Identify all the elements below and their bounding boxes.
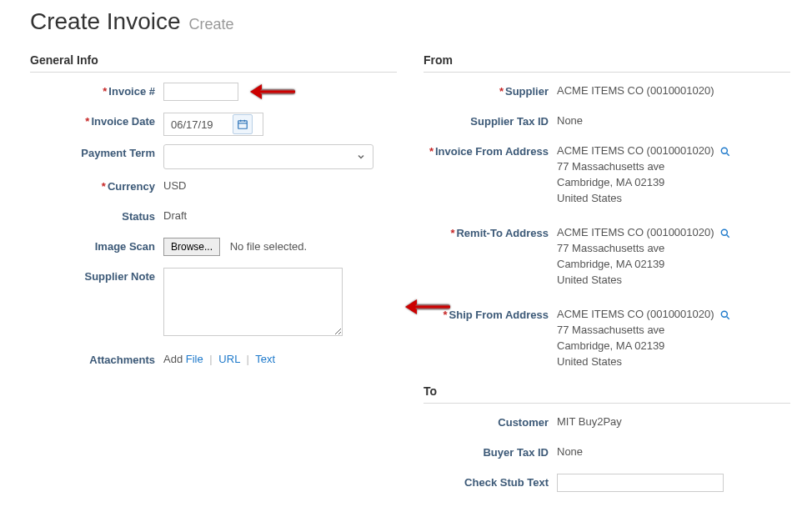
- address-line: 77 Massachusetts ave: [557, 242, 664, 254]
- svg-point-8: [722, 311, 728, 317]
- no-file-text: No file selected.: [230, 240, 308, 253]
- address-line: 77 Massachusetts ave: [557, 324, 664, 336]
- address-line: Cambridge, MA 02139: [557, 176, 664, 188]
- check-stub-text-input[interactable]: [557, 474, 724, 492]
- attachments-add-text: Add: [163, 353, 183, 365]
- status-label: Status: [30, 208, 163, 226]
- attach-url-link[interactable]: URL: [218, 353, 240, 365]
- image-scan-label: Image Scan: [30, 238, 163, 256]
- section-heading-from: From: [424, 53, 790, 73]
- supplier-value: ACME ITEMS CO (0010001020): [557, 83, 790, 99]
- address-line: United States: [557, 192, 622, 204]
- calendar-button[interactable]: [233, 114, 253, 134]
- address-line: United States: [557, 274, 622, 286]
- invoice-from-address-name: ACME ITEMS CO (0010001020): [557, 144, 714, 157]
- lookup-button[interactable]: [719, 227, 732, 240]
- svg-point-4: [722, 148, 728, 153]
- svg-line-5: [727, 153, 729, 155]
- supplier-tax-id-value: None: [557, 113, 790, 129]
- supplier-note-input[interactable]: [163, 268, 343, 336]
- attach-text-link[interactable]: Text: [255, 353, 275, 365]
- ship-from-address-name: ACME ITEMS CO (0010001020): [557, 308, 714, 320]
- general-info-section: General Info *Invoice # *Invoice Date: [30, 53, 397, 504]
- separator: |: [247, 353, 249, 365]
- buyer-tax-id-label: Buyer Tax ID: [424, 444, 557, 462]
- search-icon: [719, 228, 731, 239]
- page-subtitle: Create: [189, 16, 234, 33]
- section-heading-to: To: [424, 384, 790, 404]
- supplier-note-label: Supplier Note: [30, 268, 163, 286]
- chevron-down-icon: [356, 150, 366, 167]
- svg-line-7: [727, 234, 729, 237]
- search-icon: [719, 309, 731, 321]
- supplier-tax-id-label: Supplier Tax ID: [424, 113, 557, 131]
- search-icon: [719, 146, 731, 158]
- annotation-arrow-icon: [250, 84, 295, 99]
- address-line: Cambridge, MA 02139: [557, 258, 664, 270]
- customer-value: MIT Buy2Pay: [557, 414, 790, 430]
- page-title: Create Invoice: [30, 8, 181, 35]
- remit-to-address-name: ACME ITEMS CO (0010001020): [557, 226, 714, 238]
- supplier-label: *Supplier: [424, 83, 557, 101]
- svg-line-9: [727, 316, 729, 319]
- annotation-arrow-icon: [405, 299, 450, 314]
- remit-to-address-label: *Remit-To Address: [424, 224, 557, 243]
- invoice-date-input[interactable]: [169, 118, 233, 132]
- section-heading-general: General Info: [30, 53, 397, 73]
- status-value: Draft: [163, 208, 397, 224]
- svg-point-6: [722, 229, 728, 235]
- attachments-label: Attachments: [30, 351, 163, 369]
- address-line: 77 Massachusetts ave: [557, 160, 664, 173]
- lookup-button[interactable]: [719, 309, 732, 322]
- currency-value: USD: [163, 178, 397, 194]
- invoice-from-address-label: *Invoice From Address: [424, 143, 557, 161]
- calendar-icon: [237, 118, 248, 130]
- separator: |: [209, 353, 212, 365]
- from-to-section: From *Supplier ACME ITEMS CO (0010001020…: [424, 53, 790, 504]
- currency-label: *Currency: [30, 178, 163, 196]
- lookup-button[interactable]: [719, 145, 732, 158]
- invoice-number-input[interactable]: [163, 83, 238, 101]
- attach-file-link[interactable]: File: [186, 353, 203, 365]
- address-line: United States: [557, 355, 622, 368]
- payment-term-label: Payment Term: [30, 144, 163, 163]
- address-line: Cambridge, MA 02139: [557, 339, 664, 352]
- invoice-number-label: *Invoice #: [30, 83, 163, 101]
- invoice-date-label: *Invoice Date: [30, 113, 163, 131]
- payment-term-select[interactable]: [163, 144, 373, 169]
- browse-button[interactable]: Browse...: [163, 238, 220, 256]
- svg-rect-0: [238, 121, 248, 128]
- check-stub-text-label: Check Stub Text: [424, 474, 557, 492]
- customer-label: Customer: [424, 414, 557, 432]
- buyer-tax-id-value: None: [557, 444, 790, 460]
